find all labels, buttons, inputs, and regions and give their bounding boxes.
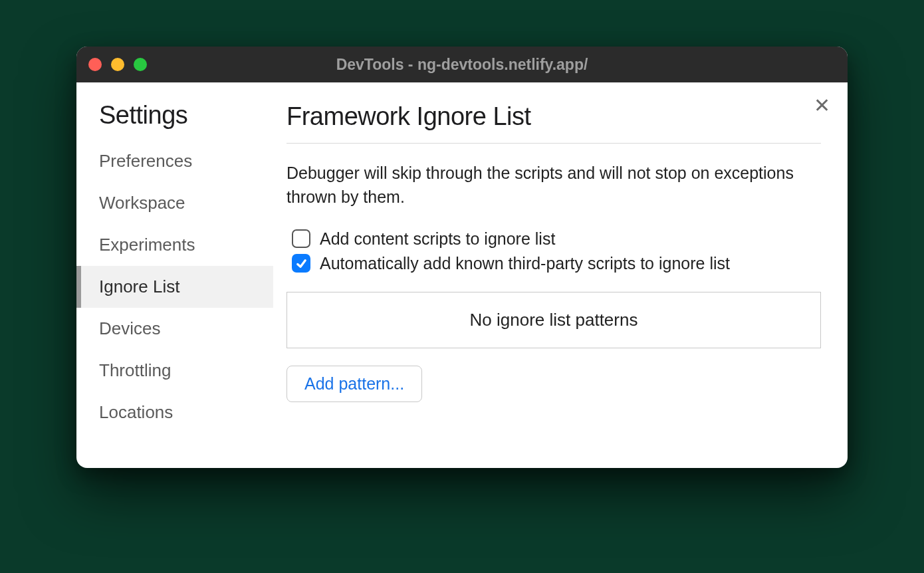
titlebar: DevTools - ng-devtools.netlify.app/ — [76, 47, 848, 82]
sidebar-item-locations[interactable]: Locations — [76, 392, 273, 433]
checkbox-icon[interactable] — [292, 254, 310, 273]
sidebar-item-label: Locations — [99, 402, 173, 422]
settings-body: ✕ Settings Preferences Workspace Experim… — [76, 82, 848, 468]
devtools-window: DevTools - ng-devtools.netlify.app/ ✕ Se… — [76, 47, 848, 468]
sidebar-item-preferences[interactable]: Preferences — [76, 140, 273, 182]
page-heading: Framework Ignore List — [287, 102, 821, 144]
sidebar-item-label: Preferences — [99, 151, 192, 171]
close-window-button[interactable] — [88, 58, 102, 71]
minimize-window-button[interactable] — [111, 58, 124, 71]
sidebar-item-devices[interactable]: Devices — [76, 308, 273, 350]
sidebar-item-ignore-list[interactable]: Ignore List — [76, 266, 273, 308]
button-label: Add pattern... — [304, 374, 404, 393]
sidebar-item-label: Ignore List — [99, 277, 179, 296]
add-pattern-button[interactable]: Add pattern... — [287, 366, 422, 402]
settings-sidebar: Settings Preferences Workspace Experimen… — [76, 82, 273, 468]
maximize-window-button[interactable] — [134, 58, 147, 71]
window-title: DevTools - ng-devtools.netlify.app/ — [76, 56, 848, 74]
checkbox-row-content-scripts[interactable]: Add content scripts to ignore list — [287, 229, 821, 249]
traffic-lights — [88, 58, 147, 71]
checkbox-row-third-party[interactable]: Automatically add known third-party scri… — [287, 254, 821, 273]
page-description: Debugger will skip through the scripts a… — [287, 161, 821, 209]
ignore-pattern-list: No ignore list patterns — [287, 292, 821, 348]
settings-main: Framework Ignore List Debugger will skip… — [273, 82, 848, 468]
sidebar-item-experiments[interactable]: Experiments — [76, 224, 273, 266]
sidebar-item-label: Devices — [99, 318, 160, 338]
close-icon[interactable]: ✕ — [814, 96, 830, 116]
sidebar-title: Settings — [76, 101, 273, 140]
checkbox-label: Automatically add known third-party scri… — [320, 254, 730, 273]
checkbox-icon[interactable] — [292, 229, 310, 248]
checkbox-label: Add content scripts to ignore list — [320, 229, 555, 249]
empty-state-text: No ignore list patterns — [470, 310, 638, 330]
sidebar-item-throttling[interactable]: Throttling — [76, 350, 273, 392]
sidebar-item-workspace[interactable]: Workspace — [76, 182, 273, 224]
sidebar-item-label: Throttling — [99, 360, 171, 380]
sidebar-item-label: Experiments — [99, 235, 195, 255]
sidebar-item-label: Workspace — [99, 193, 185, 213]
